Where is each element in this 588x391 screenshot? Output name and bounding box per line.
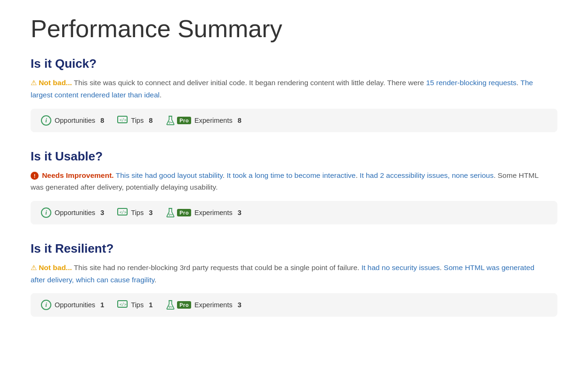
section-quick: Is it Quick?⚠ Not bad... This site was q…: [31, 56, 557, 132]
opportunities-icon: i: [41, 115, 51, 126]
quick-badge-experiments[interactable]: Pro Experiments 8: [166, 115, 242, 126]
opportunities-label: Opportunities: [55, 301, 95, 309]
svg-point-11: [169, 307, 170, 308]
quick-description: ⚠ Not bad... This site was quick to conn…: [31, 77, 548, 101]
resilient-badge-tips[interactable]: </> Tips 1: [117, 300, 153, 310]
svg-text:</>: </>: [120, 303, 127, 307]
usable-badge-tips[interactable]: </> Tips 3: [117, 208, 153, 217]
info-circle-icon: i: [41, 115, 51, 126]
opportunities-label: Opportunities: [55, 117, 95, 124]
experiments-label: Experiments: [194, 301, 233, 309]
quick-badge-opportunities[interactable]: i Opportunities 8: [41, 115, 104, 126]
resilient-description: ⚠ Not bad... This site had no render-blo…: [31, 262, 548, 286]
experiments-label: Experiments: [194, 209, 233, 216]
tips-label: Tips: [131, 301, 144, 309]
quick-status-label: Not bad...: [39, 79, 72, 87]
page-title: Performance Summary: [31, 14, 557, 43]
tips-count: 1: [149, 301, 153, 309]
info-circle-icon: i: [41, 207, 51, 218]
flask-svg-icon: [166, 207, 175, 218]
experiments-label: Experiments: [194, 117, 233, 124]
tips-svg-icon: </>: [117, 208, 128, 217]
experiments-icon: Pro: [166, 115, 191, 126]
quick-heading: Is it Quick?: [31, 56, 557, 71]
section-resilient: Is it Resilient?⚠ Not bad... This site h…: [31, 241, 557, 317]
tips-svg-icon: </>: [117, 300, 128, 310]
resilient-status-icon: ⚠: [31, 263, 39, 271]
svg-point-7: [169, 215, 170, 216]
resilient-status-label: Not bad...: [39, 263, 72, 271]
usable-badge-experiments[interactable]: Pro Experiments 3: [166, 207, 242, 218]
info-circle-icon: i: [41, 300, 51, 310]
resilient-desc-link[interactable]: It had no security issues: [362, 263, 440, 271]
tips-count: 3: [149, 209, 153, 216]
quick-status-icon: ⚠: [31, 79, 39, 87]
svg-text:</>: </>: [120, 118, 127, 122]
quick-desc-link[interactable]: 15 render-blocking requests: [426, 79, 516, 87]
usable-heading: Is it Usable?: [31, 149, 557, 164]
resilient-badge-opportunities[interactable]: i Opportunities 1: [41, 300, 104, 310]
resilient-heading: Is it Resilient?: [31, 241, 557, 256]
experiments-count: 8: [238, 117, 242, 124]
tips-icon: </>: [117, 116, 128, 125]
opportunities-icon: i: [41, 300, 51, 310]
tips-icon: </>: [117, 300, 128, 310]
quick-badges-bar: i Opportunities 8 </> Tips 8: [31, 109, 557, 132]
svg-text:</>: </>: [120, 210, 127, 215]
usable-badge-opportunities[interactable]: i Opportunities 3: [41, 207, 104, 218]
opportunities-count: 3: [100, 209, 104, 216]
tips-icon: </>: [117, 208, 128, 217]
flask-svg-icon: [166, 300, 175, 310]
usable-badges-bar: i Opportunities 3 </> Tips 3: [31, 201, 557, 224]
usable-desc-link[interactable]: It had 2 accessibility issues, none seri…: [360, 171, 493, 179]
svg-point-3: [169, 122, 170, 124]
experiments-count: 3: [238, 209, 242, 216]
pro-badge: Pro: [177, 117, 191, 124]
tips-label: Tips: [131, 117, 144, 124]
flask-svg-icon: [166, 115, 175, 126]
opportunities-count: 1: [100, 301, 104, 309]
resilient-badges-bar: i Opportunities 1 </> Tips 1: [31, 293, 557, 317]
usable-status-label: Needs Improvement.: [42, 171, 113, 179]
tips-count: 8: [149, 117, 153, 124]
usable-desc-link[interactable]: This site had good layout stability: [116, 171, 223, 179]
pro-badge: Pro: [177, 209, 191, 216]
section-usable: Is it Usable?! Needs Improvement. This s…: [31, 149, 557, 224]
resilient-desc-link[interactable]: Some HTML was generated after delivery, …: [31, 263, 534, 284]
usable-status-icon: !: [31, 171, 42, 179]
opportunities-icon: i: [41, 207, 51, 218]
usable-description: ! Needs Improvement. This site had good …: [31, 169, 548, 193]
pro-badge: Pro: [177, 301, 191, 309]
quick-badge-tips[interactable]: </> Tips 8: [117, 116, 153, 125]
tips-label: Tips: [131, 209, 144, 216]
resilient-badge-experiments[interactable]: Pro Experiments 3: [166, 300, 242, 310]
usable-desc-link[interactable]: It took a long time to become interactiv…: [226, 171, 355, 179]
tips-svg-icon: </>: [117, 116, 128, 125]
opportunities-count: 8: [100, 117, 104, 124]
opportunities-label: Opportunities: [55, 209, 95, 216]
experiments-count: 3: [238, 301, 242, 309]
experiments-icon: Pro: [166, 300, 191, 310]
experiments-icon: Pro: [166, 207, 191, 218]
